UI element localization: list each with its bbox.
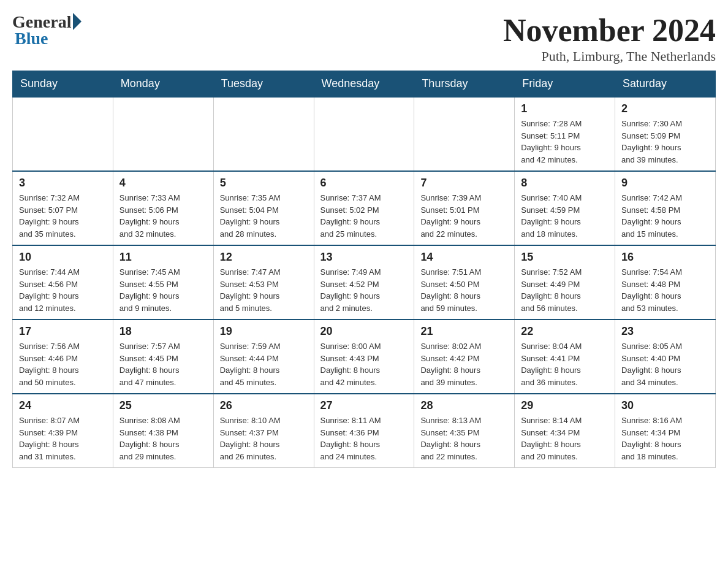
day-number: 10 bbox=[19, 251, 107, 264]
day-number: 11 bbox=[119, 251, 207, 264]
logo-triangle-icon bbox=[73, 13, 82, 30]
calendar-cell bbox=[314, 97, 414, 171]
day-number: 8 bbox=[521, 177, 609, 190]
day-info: Sunrise: 8:02 AM Sunset: 4:42 PM Dayligh… bbox=[420, 340, 508, 388]
day-info: Sunrise: 7:54 AM Sunset: 4:48 PM Dayligh… bbox=[621, 266, 709, 314]
calendar-header-row: SundayMondayTuesdayWednesdayThursdayFrid… bbox=[13, 71, 716, 98]
day-number: 1 bbox=[521, 102, 609, 115]
calendar-cell bbox=[213, 97, 314, 171]
calendar-day-header: Wednesday bbox=[314, 71, 414, 98]
calendar-cell: 2Sunrise: 7:30 AM Sunset: 5:09 PM Daylig… bbox=[615, 97, 716, 171]
day-number: 2 bbox=[621, 102, 709, 115]
calendar-cell: 26Sunrise: 8:10 AM Sunset: 4:37 PM Dayli… bbox=[213, 394, 314, 468]
day-number: 7 bbox=[420, 177, 508, 190]
calendar-cell: 25Sunrise: 8:08 AM Sunset: 4:38 PM Dayli… bbox=[113, 394, 213, 468]
day-info: Sunrise: 8:13 AM Sunset: 4:35 PM Dayligh… bbox=[420, 415, 508, 462]
calendar-cell: 5Sunrise: 7:35 AM Sunset: 5:04 PM Daylig… bbox=[213, 171, 314, 245]
day-number: 17 bbox=[19, 325, 107, 338]
day-info: Sunrise: 8:08 AM Sunset: 4:38 PM Dayligh… bbox=[119, 415, 207, 462]
day-info: Sunrise: 7:49 AM Sunset: 4:52 PM Dayligh… bbox=[320, 266, 408, 314]
day-number: 18 bbox=[119, 325, 207, 338]
calendar-cell: 16Sunrise: 7:54 AM Sunset: 4:48 PM Dayli… bbox=[615, 245, 716, 320]
day-number: 21 bbox=[420, 325, 508, 338]
logo: General Blue bbox=[12, 12, 82, 48]
day-number: 5 bbox=[220, 177, 308, 190]
day-number: 14 bbox=[420, 251, 508, 264]
calendar-day-header: Thursday bbox=[414, 71, 515, 98]
calendar-cell: 22Sunrise: 8:04 AM Sunset: 4:41 PM Dayli… bbox=[515, 320, 615, 394]
day-number: 22 bbox=[521, 325, 609, 338]
calendar-cell: 10Sunrise: 7:44 AM Sunset: 4:56 PM Dayli… bbox=[13, 245, 113, 320]
day-number: 13 bbox=[320, 251, 408, 264]
day-info: Sunrise: 7:47 AM Sunset: 4:53 PM Dayligh… bbox=[220, 266, 308, 314]
calendar-cell: 21Sunrise: 8:02 AM Sunset: 4:42 PM Dayli… bbox=[414, 320, 515, 394]
day-number: 6 bbox=[320, 177, 408, 190]
calendar-cell: 9Sunrise: 7:42 AM Sunset: 4:58 PM Daylig… bbox=[615, 171, 716, 245]
calendar-cell: 29Sunrise: 8:14 AM Sunset: 4:34 PM Dayli… bbox=[515, 394, 615, 468]
calendar-cell: 20Sunrise: 8:00 AM Sunset: 4:43 PM Dayli… bbox=[314, 320, 414, 394]
day-info: Sunrise: 8:07 AM Sunset: 4:39 PM Dayligh… bbox=[19, 415, 107, 462]
calendar-cell: 17Sunrise: 7:56 AM Sunset: 4:46 PM Dayli… bbox=[13, 320, 113, 394]
day-info: Sunrise: 7:56 AM Sunset: 4:46 PM Dayligh… bbox=[19, 340, 107, 388]
day-info: Sunrise: 8:14 AM Sunset: 4:34 PM Dayligh… bbox=[521, 415, 609, 462]
day-number: 15 bbox=[521, 251, 609, 264]
calendar-cell: 6Sunrise: 7:37 AM Sunset: 5:02 PM Daylig… bbox=[314, 171, 414, 245]
day-number: 24 bbox=[19, 399, 107, 412]
calendar-cell: 28Sunrise: 8:13 AM Sunset: 4:35 PM Dayli… bbox=[414, 394, 515, 468]
calendar-cell: 27Sunrise: 8:11 AM Sunset: 4:36 PM Dayli… bbox=[314, 394, 414, 468]
calendar-cell: 13Sunrise: 7:49 AM Sunset: 4:52 PM Dayli… bbox=[314, 245, 414, 320]
day-info: Sunrise: 7:57 AM Sunset: 4:45 PM Dayligh… bbox=[119, 340, 207, 388]
calendar-cell bbox=[113, 97, 213, 171]
day-number: 29 bbox=[521, 399, 609, 412]
day-number: 23 bbox=[621, 325, 709, 338]
month-title: November 2024 bbox=[503, 12, 716, 48]
calendar-cell: 7Sunrise: 7:39 AM Sunset: 5:01 PM Daylig… bbox=[414, 171, 515, 245]
page-header: General Blue November 2024 Puth, Limburg… bbox=[12, 12, 716, 64]
calendar-cell: 1Sunrise: 7:28 AM Sunset: 5:11 PM Daylig… bbox=[515, 97, 615, 171]
logo-blue-text: Blue bbox=[12, 29, 48, 48]
calendar-week-row: 3Sunrise: 7:32 AM Sunset: 5:07 PM Daylig… bbox=[13, 171, 716, 245]
calendar-week-row: 17Sunrise: 7:56 AM Sunset: 4:46 PM Dayli… bbox=[13, 320, 716, 394]
day-info: Sunrise: 7:39 AM Sunset: 5:01 PM Dayligh… bbox=[420, 192, 508, 240]
day-info: Sunrise: 7:51 AM Sunset: 4:50 PM Dayligh… bbox=[420, 266, 508, 314]
calendar-week-row: 10Sunrise: 7:44 AM Sunset: 4:56 PM Dayli… bbox=[13, 245, 716, 320]
calendar-cell: 12Sunrise: 7:47 AM Sunset: 4:53 PM Dayli… bbox=[213, 245, 314, 320]
day-number: 4 bbox=[119, 177, 207, 190]
day-info: Sunrise: 8:04 AM Sunset: 4:41 PM Dayligh… bbox=[521, 340, 609, 388]
day-number: 16 bbox=[621, 251, 709, 264]
day-number: 9 bbox=[621, 177, 709, 190]
day-info: Sunrise: 7:45 AM Sunset: 4:55 PM Dayligh… bbox=[119, 266, 207, 314]
calendar-cell: 11Sunrise: 7:45 AM Sunset: 4:55 PM Dayli… bbox=[113, 245, 213, 320]
calendar-cell bbox=[13, 97, 113, 171]
calendar-cell bbox=[414, 97, 515, 171]
day-number: 27 bbox=[320, 399, 408, 412]
day-info: Sunrise: 7:33 AM Sunset: 5:06 PM Dayligh… bbox=[119, 192, 207, 240]
day-info: Sunrise: 7:40 AM Sunset: 4:59 PM Dayligh… bbox=[521, 192, 609, 240]
day-number: 30 bbox=[621, 399, 709, 412]
day-info: Sunrise: 7:30 AM Sunset: 5:09 PM Dayligh… bbox=[621, 118, 709, 166]
calendar-cell: 18Sunrise: 7:57 AM Sunset: 4:45 PM Dayli… bbox=[113, 320, 213, 394]
day-info: Sunrise: 8:16 AM Sunset: 4:34 PM Dayligh… bbox=[621, 415, 709, 462]
day-info: Sunrise: 7:32 AM Sunset: 5:07 PM Dayligh… bbox=[19, 192, 107, 240]
day-info: Sunrise: 7:37 AM Sunset: 5:02 PM Dayligh… bbox=[320, 192, 408, 240]
day-info: Sunrise: 8:11 AM Sunset: 4:36 PM Dayligh… bbox=[320, 415, 408, 462]
calendar-week-row: 24Sunrise: 8:07 AM Sunset: 4:39 PM Dayli… bbox=[13, 394, 716, 468]
day-info: Sunrise: 7:52 AM Sunset: 4:49 PM Dayligh… bbox=[521, 266, 609, 314]
calendar-cell: 15Sunrise: 7:52 AM Sunset: 4:49 PM Dayli… bbox=[515, 245, 615, 320]
calendar-day-header: Tuesday bbox=[213, 71, 314, 98]
day-info: Sunrise: 7:35 AM Sunset: 5:04 PM Dayligh… bbox=[220, 192, 308, 240]
title-section: November 2024 Puth, Limburg, The Netherl… bbox=[503, 12, 716, 64]
day-info: Sunrise: 8:00 AM Sunset: 4:43 PM Dayligh… bbox=[320, 340, 408, 388]
location-text: Puth, Limburg, The Netherlands bbox=[503, 48, 716, 64]
day-info: Sunrise: 7:42 AM Sunset: 4:58 PM Dayligh… bbox=[621, 192, 709, 240]
day-number: 25 bbox=[119, 399, 207, 412]
day-info: Sunrise: 7:59 AM Sunset: 4:44 PM Dayligh… bbox=[220, 340, 308, 388]
calendar-cell: 8Sunrise: 7:40 AM Sunset: 4:59 PM Daylig… bbox=[515, 171, 615, 245]
calendar-cell: 3Sunrise: 7:32 AM Sunset: 5:07 PM Daylig… bbox=[13, 171, 113, 245]
calendar-day-header: Monday bbox=[113, 71, 213, 98]
day-number: 19 bbox=[220, 325, 308, 338]
calendar-day-header: Sunday bbox=[13, 71, 113, 98]
calendar-cell: 19Sunrise: 7:59 AM Sunset: 4:44 PM Dayli… bbox=[213, 320, 314, 394]
calendar-cell: 23Sunrise: 8:05 AM Sunset: 4:40 PM Dayli… bbox=[615, 320, 716, 394]
calendar-cell: 24Sunrise: 8:07 AM Sunset: 4:39 PM Dayli… bbox=[13, 394, 113, 468]
